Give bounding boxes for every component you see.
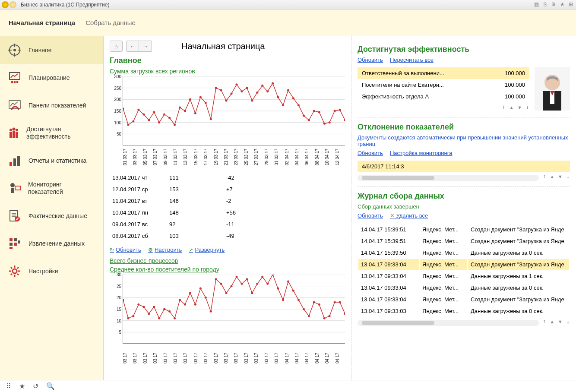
configure-link[interactable]: ⚙Настроить — [148, 247, 182, 253]
svg-point-71 — [235, 83, 237, 85]
sidebar-item-reports[interactable]: Отчеты и статистика — [0, 147, 103, 174]
win-tool-icon[interactable]: ⎘ — [541, 1, 548, 8]
svg-point-54 — [148, 119, 150, 121]
win-tool-icon[interactable]: ⊞ — [567, 1, 574, 8]
last-icon[interactable]: ⤓ — [566, 319, 570, 325]
chart-title-link[interactable]: Среднее кол-во посетителей по городу — [110, 266, 345, 273]
hscrollbar[interactable] — [358, 175, 539, 181]
dropdown-icon[interactable] — [9, 1, 16, 8]
refresh-link[interactable]: ↻Обновить — [110, 247, 141, 253]
right-column: Достигнутая эффективность Обновить Перес… — [351, 36, 576, 380]
log-row[interactable]: 13.04.17 09:33:04Яндекс. Мет...Данные за… — [358, 282, 569, 293]
eff-row[interactable]: Ответственный за выполнени...100.000 — [358, 67, 529, 79]
svg-point-101 — [132, 315, 134, 317]
menu-home[interactable]: Начальная страница — [9, 19, 75, 26]
table-row[interactable]: 08.04.2017 сб103-49 — [111, 231, 344, 241]
svg-point-79 — [277, 96, 279, 98]
recalc-link[interactable]: Пересчитать все — [390, 57, 434, 63]
delete-all-link[interactable]: ✕ Удалить всё — [390, 212, 428, 219]
last-icon[interactable]: ⤓ — [525, 105, 529, 111]
down-icon[interactable]: ▼ — [558, 174, 563, 180]
win-tool-icon[interactable]: ★ — [559, 1, 566, 8]
gear-icon — [7, 263, 22, 279]
log-status: Сбор данных завершен — [358, 203, 570, 210]
menu-collect[interactable]: Собрать данные — [85, 19, 136, 26]
sidebar-item-planning[interactable]: Планирование — [0, 64, 103, 92]
sidebar-item-extract[interactable]: Извлечение данных — [0, 230, 103, 257]
expand-link[interactable]: ↗Развернуть — [189, 247, 225, 253]
table-row[interactable]: 09.04.2017 вс92-11 — [111, 219, 344, 230]
svg-rect-15 — [13, 131, 15, 138]
chart-title-link[interactable]: Сумма загрузок всех регионов — [110, 68, 345, 75]
sidebar-item-actual[interactable]: Фактические данные — [0, 202, 103, 230]
last-icon[interactable]: ⤓ — [566, 174, 570, 180]
target-icon — [7, 42, 22, 58]
log-row[interactable]: 13.04.17 09:33:04Яндекс. Мет...Создан до… — [358, 294, 569, 305]
win-tool-icon[interactable]: ▦ — [533, 1, 540, 8]
svg-rect-29 — [14, 238, 17, 241]
svg-rect-21 — [11, 188, 14, 193]
first-icon[interactable]: ⤒ — [542, 319, 546, 325]
chart-title-link[interactable]: Всего бизнес-процессов — [110, 257, 345, 264]
search-icon[interactable]: 🔍 — [46, 382, 55, 390]
up-icon[interactable]: ▲ — [550, 319, 554, 325]
sidebar-item-main[interactable]: Главное — [0, 36, 103, 64]
home-button[interactable]: ⌂ — [110, 41, 123, 52]
table-row[interactable]: 12.04.2017 ср153+7 — [111, 184, 344, 195]
table-row[interactable]: 11.04.2017 вт146-2 — [111, 196, 344, 206]
table-row[interactable]: 10.04.2017 пн148+56 — [111, 207, 344, 218]
down-icon[interactable]: ▼ — [558, 319, 563, 325]
refresh-link[interactable]: Обновить — [358, 150, 383, 156]
svg-point-77 — [266, 90, 269, 92]
eff-row[interactable]: Эффективность отдела А100.000 — [358, 91, 529, 102]
refresh-link[interactable]: Обновить — [358, 57, 383, 63]
log-row[interactable]: 13.04.17 09:33:04Яндекс. Мет...Данные за… — [358, 271, 569, 281]
first-icon[interactable]: ⤒ — [502, 105, 506, 111]
svg-point-12 — [12, 128, 15, 131]
panel-heading: Отклонение показателей — [358, 123, 570, 132]
svg-point-110 — [179, 299, 181, 301]
svg-point-127 — [266, 283, 269, 285]
svg-point-141 — [339, 301, 341, 303]
star-icon[interactable]: ★ — [19, 382, 25, 390]
config-link[interactable]: Настройка мониторинга — [390, 150, 453, 156]
sidebar-item-panels[interactable]: Панели показателей — [0, 92, 103, 119]
log-row[interactable]: 13.04.17 09:33:04Яндекс. Мет...Создан до… — [358, 259, 569, 270]
svg-point-133 — [297, 299, 300, 301]
hscrollbar[interactable] — [358, 320, 539, 326]
people-icon — [7, 125, 20, 141]
refresh-link[interactable]: Обновить — [358, 212, 383, 219]
log-row[interactable]: 13.04.17 09:33:03Яндекс. Мет...Данные за… — [358, 306, 569, 316]
refresh-icon: ↻ — [110, 247, 114, 253]
up-icon[interactable]: ▲ — [509, 105, 514, 111]
svg-point-107 — [163, 308, 165, 310]
table-row[interactable]: 13.04.2017 чт111-42 — [111, 172, 344, 183]
svg-point-69 — [225, 100, 228, 102]
svg-point-140 — [334, 301, 336, 303]
svg-point-73 — [246, 87, 248, 89]
eff-row[interactable]: Посетители на сайте Екатери...100.000 — [358, 79, 529, 91]
svg-point-137 — [318, 303, 320, 306]
history-icon[interactable]: ↺ — [33, 382, 38, 390]
deviation-row[interactable]: 4/6/2017 11:14:3 — [358, 161, 570, 172]
svg-point-70 — [231, 93, 233, 95]
win-tool-icon[interactable]: 🗎 — [550, 1, 557, 8]
log-row[interactable]: 14.04.17 15:39:50Яндекс. Мет...Данные за… — [358, 247, 569, 258]
sidebar-item-efficiency[interactable]: Достигнутая эффективность — [0, 119, 103, 147]
log-row[interactable]: 14.04.17 15:39:51Яндекс. Мет...Создан до… — [358, 236, 569, 247]
apps-icon[interactable]: ⠿ — [6, 382, 11, 390]
log-row[interactable]: 14.04.17 15:39:51Яндекс. Мет...Создан до… — [358, 224, 569, 235]
svg-point-51 — [132, 120, 134, 123]
first-icon[interactable]: ⤒ — [542, 174, 546, 180]
sidebar-item-monitoring[interactable]: Мониторинг показателей — [0, 174, 103, 202]
forward-button[interactable]: → — [139, 41, 152, 52]
svg-point-78 — [272, 82, 274, 85]
back-button[interactable]: ← — [126, 41, 139, 52]
up-icon[interactable]: ▲ — [550, 174, 554, 180]
svg-point-115 — [205, 297, 207, 299]
svg-point-59 — [174, 124, 176, 126]
svg-point-53 — [142, 114, 145, 116]
sidebar-item-settings[interactable]: Настройки — [0, 257, 103, 285]
expand-icon: ↗ — [189, 247, 193, 253]
down-icon[interactable]: ▼ — [517, 105, 522, 111]
